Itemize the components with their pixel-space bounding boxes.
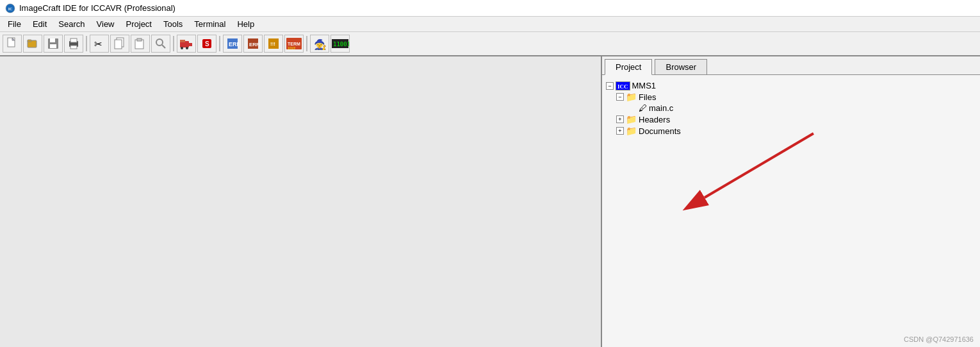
svg-text:1010!: 1010! xyxy=(288,46,296,50)
toolbar-separator-3 xyxy=(86,36,87,51)
tree-files[interactable]: − 📁 Files xyxy=(605,91,977,103)
tree-documents[interactable]: + 📁 Documents xyxy=(605,125,977,137)
menu-item-help[interactable]: Help xyxy=(232,18,259,30)
menu-item-project[interactable]: Project xyxy=(121,18,157,30)
tree-root[interactable]: − ICC MMS1 xyxy=(605,80,977,91)
svg-point-18 xyxy=(156,39,163,46)
svg-rect-6 xyxy=(28,40,31,42)
title-bar: IC ImageCraft IDE for ICCAVR (Profession… xyxy=(0,0,980,17)
find-button[interactable] xyxy=(151,35,170,53)
toolbar-separator-9 xyxy=(219,36,220,51)
svg-text:✂: ✂ xyxy=(94,38,102,49)
menu-item-edit[interactable]: Edit xyxy=(28,18,52,30)
svg-text:!!!: !!! xyxy=(270,41,275,47)
expand-documents[interactable]: + xyxy=(616,127,624,135)
editor-panel[interactable] xyxy=(0,56,602,347)
new-file-button[interactable] xyxy=(3,35,22,53)
root-label: MMS1 xyxy=(632,81,657,90)
toolbar-separator-7 xyxy=(173,36,174,51)
menu-item-file[interactable]: File xyxy=(3,18,26,30)
documents-label: Documents xyxy=(639,126,681,136)
menu-bar: FileEditSearchViewProjectToolsTerminalHe… xyxy=(0,17,980,32)
app-icon: IC xyxy=(5,3,15,13)
binary-button[interactable]: 11001 xyxy=(331,35,350,53)
stop-button[interactable]: S xyxy=(197,35,216,53)
folder-icon-documents: 📁 xyxy=(626,126,637,136)
tree-view[interactable]: − ICC MMS1 − 📁 Files 🖊 main.c + 📁 Header… xyxy=(602,75,980,347)
cut-button[interactable]: ✂ xyxy=(90,35,109,53)
svg-text:🧙: 🧙 xyxy=(314,38,326,50)
svg-rect-8 xyxy=(50,38,55,42)
svg-text:S: S xyxy=(205,40,209,47)
expand-root[interactable]: − xyxy=(606,82,614,90)
save-file-button[interactable] xyxy=(44,35,63,53)
file-icon-mainc: 🖊 xyxy=(639,103,647,113)
watermark: CSDN @Q742971636 xyxy=(904,335,974,343)
folder-icon-files: 📁 xyxy=(626,92,637,102)
right-panel: ProjectBrowser − ICC MMS1 − 📁 Files 🖊 ma… xyxy=(602,56,980,347)
svg-text:TERM: TERM xyxy=(288,42,300,46)
svg-line-19 xyxy=(162,45,165,48)
app-title: ImageCraft IDE for ICCAVR (Professional) xyxy=(19,3,176,13)
compile-button[interactable]: ERR xyxy=(223,35,242,53)
toolbar: ✂SERRERR!!!TERM1010!🧙11001 xyxy=(0,32,980,56)
tree-mainc[interactable]: 🖊 main.c xyxy=(605,103,977,114)
mainc-label: main.c xyxy=(649,103,673,113)
wizard-button[interactable]: 🧙 xyxy=(310,35,329,53)
expand-headers[interactable]: + xyxy=(616,115,624,123)
svg-text:ERR: ERR xyxy=(249,42,259,47)
paste-button[interactable] xyxy=(131,35,150,53)
svg-text:ERR: ERR xyxy=(229,41,239,47)
tree-headers[interactable]: + 📁 Headers xyxy=(605,114,977,125)
svg-point-22 xyxy=(186,47,188,49)
icc-icon: ICC xyxy=(616,81,630,90)
svg-rect-12 xyxy=(70,46,77,49)
tab-browser[interactable]: Browser xyxy=(655,59,707,74)
errors-button[interactable]: ERR xyxy=(243,35,263,53)
tab-bar: ProjectBrowser xyxy=(602,56,980,75)
svg-rect-24 xyxy=(180,40,185,42)
svg-text:IC: IC xyxy=(8,7,13,11)
folder-icon-headers: 📁 xyxy=(626,114,637,124)
menu-item-view[interactable]: View xyxy=(92,18,120,30)
menu-item-search[interactable]: Search xyxy=(53,18,90,30)
svg-rect-11 xyxy=(70,38,77,42)
tab-project[interactable]: Project xyxy=(605,59,652,75)
terminal-button[interactable]: TERM1010! xyxy=(284,35,304,53)
build-button[interactable] xyxy=(177,35,196,53)
open-file-button[interactable] xyxy=(23,35,42,53)
svg-point-21 xyxy=(181,47,183,49)
main-area: ProjectBrowser − ICC MMS1 − 📁 Files 🖊 ma… xyxy=(0,56,980,347)
warnings-button[interactable]: !!! xyxy=(264,35,283,53)
svg-rect-23 xyxy=(189,43,192,46)
headers-label: Headers xyxy=(639,115,670,124)
menu-item-terminal[interactable]: Terminal xyxy=(189,18,231,30)
svg-rect-9 xyxy=(50,44,56,48)
print-button[interactable] xyxy=(64,35,83,53)
svg-rect-17 xyxy=(137,38,142,41)
copy-button[interactable] xyxy=(110,35,129,53)
expand-files[interactable]: − xyxy=(616,93,624,101)
svg-text:11001: 11001 xyxy=(333,41,349,47)
svg-rect-15 xyxy=(115,40,122,49)
toolbar-separator-13 xyxy=(306,36,307,51)
menu-item-tools[interactable]: Tools xyxy=(158,18,188,30)
files-label: Files xyxy=(639,92,656,102)
